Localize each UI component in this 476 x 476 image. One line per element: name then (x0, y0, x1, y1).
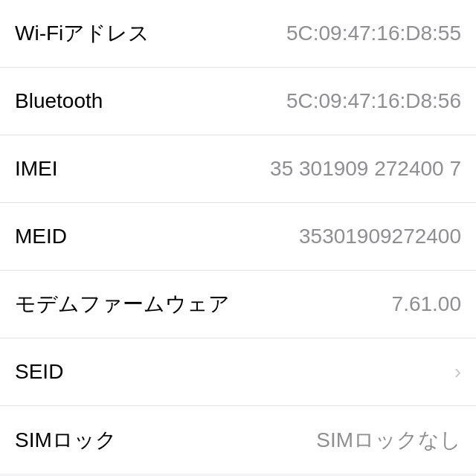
settings-row-imei: IMEI35 301909 272400 7 (0, 135, 476, 203)
row-right-sim-lock: SIMロックなし (316, 426, 461, 454)
label-imei: IMEI (15, 157, 58, 181)
settings-row-meid: MEID35301909272400 (0, 203, 476, 271)
label-sim-lock: SIMロック (15, 426, 117, 454)
value-meid: 35301909272400 (299, 225, 461, 248)
row-right-bluetooth: 5C:09:47:16:D8:56 (286, 89, 461, 113)
value-modem-firmware: 7.61.00 (392, 292, 461, 316)
row-right-imei: 35 301909 272400 7 (270, 157, 461, 181)
value-sim-lock: SIMロックなし (316, 426, 461, 454)
label-bluetooth: Bluetooth (15, 89, 103, 113)
settings-row-wifi-address: Wi-Fiアドレス5C:09:47:16:D8:55 (0, 0, 476, 68)
settings-row-bluetooth: Bluetooth5C:09:47:16:D8:56 (0, 68, 476, 135)
value-wifi-address: 5C:09:47:16:D8:55 (286, 22, 461, 45)
row-right-wifi-address: 5C:09:47:16:D8:55 (286, 22, 461, 45)
row-right-modem-firmware: 7.61.00 (392, 292, 461, 316)
settings-row-modem-firmware: モデムファームウェア7.61.00 (0, 271, 476, 338)
row-right-seid: › (454, 360, 461, 384)
chevron-right-icon: › (454, 360, 461, 384)
row-right-meid: 35301909272400 (299, 225, 461, 248)
value-bluetooth: 5C:09:47:16:D8:56 (286, 89, 461, 113)
settings-list: Wi-Fiアドレス5C:09:47:16:D8:55Bluetooth5C:09… (0, 0, 476, 474)
label-modem-firmware: モデムファームウェア (15, 290, 230, 318)
settings-row-seid[interactable]: SEID› (0, 338, 476, 406)
label-meid: MEID (15, 225, 67, 248)
settings-row-sim-lock: SIMロックSIMロックなし (0, 406, 476, 474)
value-imei: 35 301909 272400 7 (270, 157, 461, 181)
label-seid: SEID (15, 360, 63, 384)
label-wifi-address: Wi-Fiアドレス (15, 19, 149, 48)
